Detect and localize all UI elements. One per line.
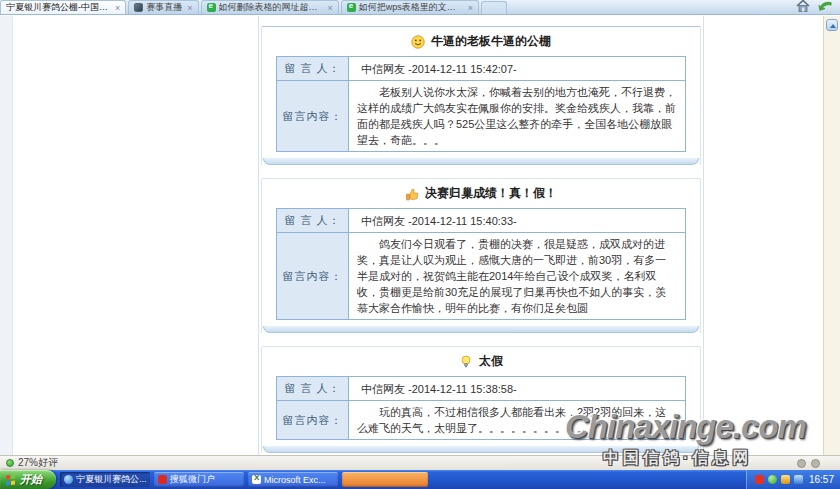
search-360-favicon-icon (207, 3, 216, 12)
taskbar-item-sohu[interactable]: 搜狐微门户 (154, 472, 244, 487)
comment-table: 留 言 人： 中信网友 -2014-12-11 15:42:07- 留言内容： … (276, 56, 686, 152)
start-button[interactable]: 开始 (0, 470, 56, 489)
comment-panel: 决赛归巢成绩！真！假！ 留 言 人： 中信网友 -2014-12-11 15:4… (261, 178, 701, 333)
green-arrow-icon[interactable] (818, 0, 832, 13)
taskbar-item-excel[interactable]: Microsoft Exc... (248, 472, 338, 487)
author-value: 中信网友 -2014-12-11 15:38:58- (349, 377, 686, 401)
content-label: 留言内容： (277, 401, 349, 440)
windows-flag-icon (6, 474, 16, 485)
sohu-icon (158, 475, 167, 484)
comment-panel: 牛逼的老板牛逼的公棚 留 言 人： 中信网友 -2014-12-11 15:42… (261, 26, 701, 165)
tab-title: 赛事直播 (146, 1, 182, 14)
author-label: 留 言 人： (277, 377, 349, 401)
site-rating: 27%好评 (18, 456, 58, 470)
close-icon[interactable]: × (466, 3, 473, 13)
comment-table: 留 言 人： 中信网友 -2014-12-11 15:38:58- 留言内容： … (276, 376, 686, 440)
browser-tab-bar: 宁夏银川赛鸽公棚-中国信鸽信... × 赛事直播 × 如何删除表格的网址超链_3… (0, 0, 840, 15)
panel-footer (263, 158, 699, 165)
home-icon[interactable] (796, 0, 810, 13)
status-right-icons (797, 459, 834, 468)
stock-red-icon[interactable] (755, 475, 764, 484)
comments-column: 牛逼的老板牛逼的公棚 留 言 人： 中信网友 -2014-12-11 15:42… (258, 16, 704, 455)
comment-title-row: 决赛归巢成绩！真！假！ (262, 182, 700, 208)
tab-title: 如何把wps表格里的文字粘贴接... (359, 1, 463, 14)
gold-shield-icon[interactable] (781, 475, 790, 484)
new-tab-stub[interactable] (481, 1, 507, 14)
task-label: Microsoft Exc... (264, 475, 326, 485)
taskbar-clock: 16:57 (807, 474, 834, 485)
comment-title: 太假 (479, 353, 503, 370)
status-icon[interactable] (797, 459, 806, 468)
content-value: 玩的真高，不过相信很多人都能看出来，2羽2羽的回来，这么难飞的天气，太明显了。。… (349, 401, 686, 440)
author-value: 中信网友 -2014-12-11 15:42:07- (349, 57, 686, 81)
comment-title-row: 牛逼的老板牛逼的公棚 (262, 30, 700, 56)
start-label: 开始 (20, 472, 42, 487)
task-label: 宁夏银川赛鸽公... (76, 473, 147, 486)
media-favicon-icon (134, 3, 143, 12)
content-value: 鸽友们今日观看了，贵棚的决赛，很是疑惑，成双成对的进奖，真是让人叹为观止，感慨大… (349, 233, 686, 320)
globe-icon (64, 475, 73, 484)
smiley-icon (411, 35, 425, 49)
content-label: 留言内容： (277, 233, 349, 320)
tab-wps-paste-text[interactable]: 如何把wps表格里的文字粘贴接... × (341, 0, 479, 14)
author-label: 留 言 人： (277, 57, 349, 81)
close-icon[interactable]: × (113, 3, 120, 13)
excel-icon (252, 475, 261, 484)
blue-msg-icon[interactable] (794, 475, 803, 484)
scrollbar[interactable] (823, 16, 840, 455)
panel-footer (263, 446, 699, 453)
taskbar-item-flashing[interactable] (342, 472, 428, 487)
tabbar-actions (796, 0, 840, 14)
tab-title: 宁夏银川赛鸽公棚-中国信鸽信... (6, 1, 110, 14)
system-tray: 16:57 (746, 470, 840, 489)
tab-delete-table-link[interactable]: 如何删除表格的网址超链_360搜 × (201, 0, 339, 14)
search-360-favicon-icon (347, 3, 356, 12)
comment-panel: 太假 留 言 人： 中信网友 -2014-12-11 15:38:58- 留言内… (261, 346, 701, 453)
taskbar-item-ningxia[interactable]: 宁夏银川赛鸽公... (60, 472, 150, 487)
task-label: 搜狐微门户 (170, 473, 215, 486)
author-value: 中信网友 -2014-12-11 15:40:33- (349, 209, 686, 233)
browser-status-bar: 27%好评 (0, 455, 840, 470)
left-gutter (0, 16, 13, 455)
thumbs-up-icon (405, 187, 419, 201)
windows-taskbar: 开始 宁夏银川赛鸽公... 搜狐微门户 Microsoft Exc... 16:… (0, 470, 840, 489)
content-label: 留言内容： (277, 81, 349, 152)
tab-live-broadcast[interactable]: 赛事直播 × (128, 0, 198, 14)
tab-ningxia-yinchuan[interactable]: 宁夏银川赛鸽公棚-中国信鸽信... × (0, 0, 126, 14)
lightbulb-icon (459, 355, 473, 369)
tab-title: 如何删除表格的网址超链_360搜 (219, 1, 323, 14)
rating-dot-icon (6, 459, 14, 467)
comment-title: 牛逼的老板牛逼的公棚 (431, 33, 551, 50)
panel-footer (263, 326, 699, 333)
scroll-up-icon[interactable] (826, 19, 838, 31)
content-value: 老板别人说你水太深，你喊着去别的地方也淹死，不行退费，这样的成绩广大鸽友实在佩服… (349, 81, 686, 152)
comment-table: 留 言 人： 中信网友 -2014-12-11 15:40:33- 留言内容： … (276, 208, 686, 320)
page-content: 牛逼的老板牛逼的公棚 留 言 人： 中信网友 -2014-12-11 15:42… (0, 16, 840, 455)
close-icon[interactable]: × (326, 3, 333, 13)
close-icon[interactable]: × (185, 3, 192, 13)
screen: 宁夏银川赛鸽公棚-中国信鸽信... × 赛事直播 × 如何删除表格的网址超链_3… (0, 0, 840, 489)
comment-title-row: 太假 (262, 350, 700, 376)
green-dot-icon[interactable] (768, 475, 777, 484)
author-label: 留 言 人： (277, 209, 349, 233)
status-icon[interactable] (811, 459, 820, 468)
comment-title: 决赛归巢成绩！真！假！ (425, 185, 557, 202)
